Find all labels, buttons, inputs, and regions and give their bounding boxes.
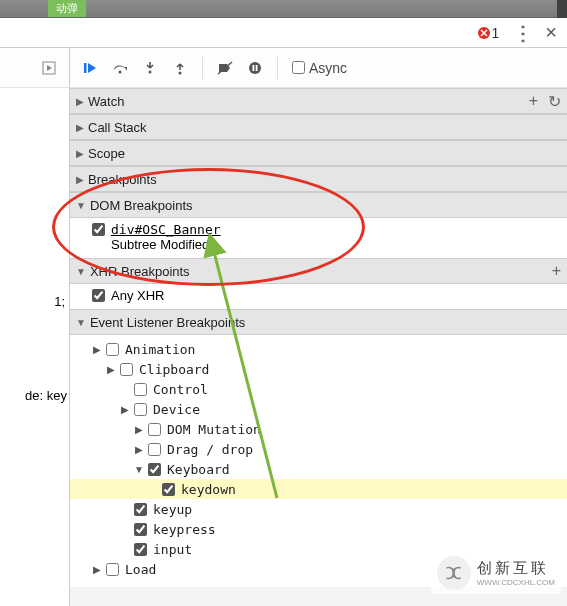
event-tree-row[interactable]: keydown	[70, 479, 567, 499]
section-breakpoints[interactable]: ▶ Breakpoints	[70, 166, 567, 192]
svg-rect-8	[256, 65, 258, 71]
error-icon[interactable]	[478, 27, 490, 39]
event-tree-row[interactable]: ▶Clipboard	[70, 359, 567, 379]
chevron-right-icon: ▶	[76, 174, 84, 185]
source-gutter: 1; de: key	[0, 88, 70, 606]
event-checkbox[interactable]	[134, 503, 147, 516]
event-label: Keyboard	[167, 462, 230, 477]
svg-rect-7	[253, 65, 255, 71]
event-tree-row[interactable]: ▶Drag / drop	[70, 439, 567, 459]
execution-icon[interactable]	[37, 56, 61, 80]
section-label: XHR Breakpoints	[90, 264, 190, 279]
svg-point-2	[119, 70, 122, 73]
section-label: Event Listener Breakpoints	[90, 315, 245, 330]
event-checkbox[interactable]	[120, 363, 133, 376]
code-fragment: 1;	[54, 294, 65, 309]
svg-point-4	[179, 71, 182, 74]
devtools-header: 1 ⋮ ×	[0, 18, 567, 48]
event-label: Load	[125, 562, 156, 577]
chevron-right-icon: ▶	[76, 122, 84, 133]
section-event-listener-breakpoints[interactable]: ▼ Event Listener Breakpoints	[70, 309, 567, 335]
event-label: keydown	[181, 482, 236, 497]
section-label: Call Stack	[88, 120, 147, 135]
chevron-right-icon[interactable]: ▶	[106, 364, 116, 375]
event-checkbox[interactable]	[106, 343, 119, 356]
toolbar-separator	[202, 57, 203, 79]
chevron-right-icon: ▶	[76, 148, 84, 159]
chevron-down-icon[interactable]: ▼	[134, 464, 144, 475]
svg-point-6	[249, 62, 261, 74]
section-dom-breakpoints[interactable]: ▼ DOM Breakpoints	[70, 192, 567, 218]
chevron-right-icon[interactable]: ▶	[92, 344, 102, 355]
event-label: Animation	[125, 342, 195, 357]
event-tree-row[interactable]: ▶Device	[70, 399, 567, 419]
event-tree-row[interactable]: keyup	[70, 499, 567, 519]
any-xhr-checkbox[interactable]	[92, 289, 105, 302]
event-tree-row[interactable]: ▶Animation	[70, 339, 567, 359]
event-tree-row[interactable]: ▶DOM Mutation	[70, 419, 567, 439]
event-checkbox[interactable]	[148, 423, 161, 436]
section-label: DOM Breakpoints	[90, 198, 193, 213]
app-tab[interactable]: 动弹	[48, 0, 86, 17]
event-checkbox[interactable]	[134, 383, 147, 396]
dom-breakpoints-body: div#OSC_Banner Subtree Modified	[70, 218, 567, 258]
deactivate-breakpoints-icon[interactable]	[213, 56, 237, 80]
any-xhr-label: Any XHR	[111, 288, 164, 303]
section-label: Watch	[88, 94, 124, 109]
debugger-toolbar: Async	[0, 48, 567, 88]
code-fragment: de: key	[25, 388, 67, 403]
event-checkbox[interactable]	[134, 523, 147, 536]
step-over-icon[interactable]	[108, 56, 132, 80]
event-listener-tree: ▶Animation▶ClipboardControl▶Device▶DOM M…	[70, 335, 567, 587]
section-xhr-breakpoints[interactable]: ▼ XHR Breakpoints +	[70, 258, 567, 284]
event-label: Clipboard	[139, 362, 209, 377]
watermark: ⵋ 创新互联 WWW.CDCXHL.COM	[431, 552, 561, 594]
svg-point-3	[149, 70, 152, 73]
app-titlebar: 动弹	[0, 0, 567, 18]
plus-icon[interactable]: +	[529, 92, 538, 110]
close-icon[interactable]: ×	[545, 21, 557, 44]
event-checkbox[interactable]	[106, 563, 119, 576]
event-label: Drag / drop	[167, 442, 253, 457]
dom-bp-checkbox[interactable]	[92, 223, 105, 236]
section-callstack[interactable]: ▶ Call Stack	[70, 114, 567, 140]
watermark-url: WWW.CDCXHL.COM	[477, 578, 555, 587]
chevron-right-icon[interactable]: ▶	[92, 564, 102, 575]
chevron-right-icon[interactable]: ▶	[120, 404, 130, 415]
async-checkbox[interactable]: Async	[292, 60, 347, 76]
dom-bp-selector[interactable]: div#OSC_Banner	[111, 222, 221, 237]
xhr-breakpoints-body: Any XHR	[70, 284, 567, 309]
event-label: Device	[153, 402, 200, 417]
event-checkbox[interactable]	[134, 543, 147, 556]
chevron-down-icon: ▼	[76, 266, 86, 277]
watermark-logo-icon: ⵋ	[437, 556, 471, 590]
watermark-brand: 创新互联	[477, 559, 555, 578]
plus-icon[interactable]: +	[552, 262, 561, 280]
event-checkbox[interactable]	[148, 463, 161, 476]
step-into-icon[interactable]	[138, 56, 162, 80]
event-tree-row[interactable]: Control	[70, 379, 567, 399]
toolbar-separator	[277, 57, 278, 79]
error-count[interactable]: 1	[492, 25, 500, 41]
chevron-right-icon: ▶	[76, 96, 84, 107]
event-label: DOM Mutation	[167, 422, 261, 437]
debugger-panels: ▶ Watch + ↻ ▶ Call Stack ▶ Scope ▶ Break…	[70, 88, 567, 606]
event-tree-row[interactable]: keypress	[70, 519, 567, 539]
event-tree-row[interactable]: ▼Keyboard	[70, 459, 567, 479]
event-checkbox[interactable]	[162, 483, 175, 496]
pause-on-exceptions-icon[interactable]	[243, 56, 267, 80]
kebab-menu-icon[interactable]: ⋮	[513, 24, 533, 42]
event-checkbox[interactable]	[134, 403, 147, 416]
section-watch[interactable]: ▶ Watch + ↻	[70, 88, 567, 114]
resume-icon[interactable]	[78, 56, 102, 80]
chevron-right-icon[interactable]: ▶	[134, 444, 144, 455]
async-label: Async	[309, 60, 347, 76]
chevron-down-icon: ▼	[76, 200, 86, 211]
chevron-right-icon[interactable]: ▶	[134, 424, 144, 435]
event-checkbox[interactable]	[148, 443, 161, 456]
step-out-icon[interactable]	[168, 56, 192, 80]
section-label: Scope	[88, 146, 125, 161]
async-checkbox-input[interactable]	[292, 61, 305, 74]
section-scope[interactable]: ▶ Scope	[70, 140, 567, 166]
refresh-icon[interactable]: ↻	[548, 92, 561, 111]
